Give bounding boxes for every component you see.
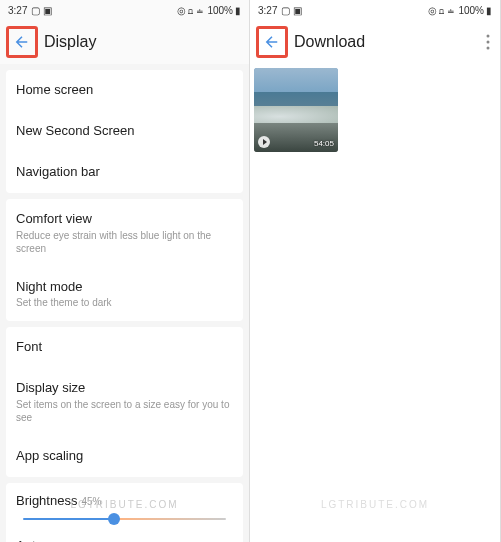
display-settings-screen: 3:27 ▢ ▣ ◎ ⩍ ⫨ 100% ▮ Display Home scree… bbox=[0, 0, 250, 542]
arrow-left-icon bbox=[13, 33, 31, 51]
notif-icon: ▢ ▣ bbox=[281, 5, 302, 16]
back-button[interactable] bbox=[256, 26, 288, 58]
notif-icon: ▢ ▣ bbox=[31, 5, 52, 16]
section-font: Font Display size Set items on the scree… bbox=[6, 327, 243, 477]
status-time: 3:27 bbox=[8, 5, 27, 16]
slider-thumb[interactable] bbox=[108, 513, 120, 525]
signal-icon: ⫨ bbox=[195, 5, 205, 16]
video-duration: 54:05 bbox=[314, 139, 334, 148]
svg-point-2 bbox=[487, 47, 490, 50]
auto-brightness-row[interactable]: Auto Brightness will be changed automati… bbox=[6, 530, 243, 542]
status-bar: 3:27 ▢ ▣ ◎ ⩍ ⫨ 100% ▮ bbox=[250, 0, 500, 20]
page-title: Download bbox=[294, 33, 365, 51]
battery-pct: 100% bbox=[458, 5, 484, 16]
battery-icon: ▮ bbox=[235, 5, 241, 16]
wifi-icon: ⩍ bbox=[188, 5, 193, 16]
section-screens: Home screen New Second Screen Navigation… bbox=[6, 70, 243, 193]
watermark: LGTRIBUTE.COM bbox=[70, 499, 178, 510]
brightness-slider[interactable] bbox=[23, 518, 227, 520]
font-row[interactable]: Font bbox=[6, 327, 243, 368]
battery-pct: 100% bbox=[207, 5, 233, 16]
play-icon bbox=[258, 136, 270, 148]
arrow-left-icon bbox=[263, 33, 281, 51]
page-title: Display bbox=[44, 33, 96, 51]
comfort-view-row[interactable]: Comfort view Reduce eye strain with less… bbox=[6, 199, 243, 267]
back-button[interactable] bbox=[6, 26, 38, 58]
header: Display bbox=[0, 20, 249, 64]
header: Download bbox=[250, 20, 500, 64]
svg-point-1 bbox=[487, 41, 490, 44]
section-brightness: Brightness 45% Auto Brightness will be c… bbox=[6, 483, 243, 542]
svg-point-0 bbox=[487, 35, 490, 38]
status-time: 3:27 bbox=[258, 5, 277, 16]
section-view: Comfort view Reduce eye strain with less… bbox=[6, 199, 243, 322]
download-screen: 3:27 ▢ ▣ ◎ ⩍ ⫨ 100% ▮ Download 54:05 LGT… bbox=[250, 0, 501, 542]
app-scaling-row[interactable]: App scaling bbox=[6, 436, 243, 477]
signal-icon: ⫨ bbox=[446, 5, 456, 16]
watermark: LGTRIBUTE.COM bbox=[321, 499, 429, 510]
status-bar: 3:27 ▢ ▣ ◎ ⩍ ⫨ 100% ▮ bbox=[0, 0, 249, 20]
navigation-bar-row[interactable]: Navigation bar bbox=[6, 152, 243, 193]
night-mode-row[interactable]: Night mode Set the theme to dark bbox=[6, 267, 243, 322]
more-icon[interactable] bbox=[486, 34, 490, 54]
nfc-icon: ◎ bbox=[428, 5, 437, 16]
wifi-icon: ⩍ bbox=[439, 5, 444, 16]
video-thumbnail[interactable]: 54:05 bbox=[254, 68, 338, 152]
home-screen-row[interactable]: Home screen bbox=[6, 70, 243, 111]
battery-icon: ▮ bbox=[486, 5, 492, 16]
second-screen-row[interactable]: New Second Screen bbox=[6, 111, 243, 152]
nfc-icon: ◎ bbox=[177, 5, 186, 16]
display-size-row[interactable]: Display size Set items on the screen to … bbox=[6, 368, 243, 436]
